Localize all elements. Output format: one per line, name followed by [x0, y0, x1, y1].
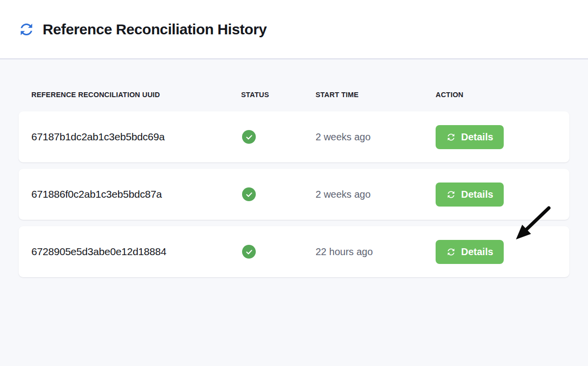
start-time-cell: 2 weeks ago	[316, 189, 436, 200]
check-circle-icon	[242, 245, 256, 259]
details-button[interactable]: Details	[436, 183, 504, 207]
page-header: Reference Reconciliation History	[0, 0, 588, 59]
refresh-icon	[446, 189, 456, 200]
refresh-icon	[446, 247, 456, 257]
details-button-label: Details	[461, 189, 493, 200]
table-row: 6728905e5d3abe0e12d18884 22 hours ago De…	[19, 226, 569, 277]
details-button[interactable]: Details	[436, 125, 504, 149]
details-button-label: Details	[461, 131, 493, 143]
table-header-row: REFERENCE RECONCILIATION UUID STATUS STA…	[19, 91, 569, 99]
status-cell	[241, 130, 316, 144]
check-circle-icon	[242, 187, 256, 201]
page-title: Reference Reconciliation History	[43, 21, 267, 38]
details-button[interactable]: Details	[436, 240, 504, 264]
details-button-label: Details	[461, 246, 493, 258]
action-cell: Details	[436, 240, 557, 264]
table-body: 67187b1dc2ab1c3eb5bdc69a 2 weeks ago Det…	[19, 111, 569, 277]
start-time-cell: 22 hours ago	[316, 246, 436, 258]
check-circle-icon	[242, 130, 256, 144]
table-row: 671886f0c2ab1c3eb5bdc87a 2 weeks ago Det…	[19, 169, 569, 220]
action-cell: Details	[436, 183, 557, 207]
column-header-status: STATUS	[241, 91, 316, 99]
status-cell	[241, 245, 316, 259]
column-header-start-time: START TIME	[316, 91, 436, 99]
uuid-cell: 671886f0c2ab1c3eb5bdc87a	[31, 188, 241, 200]
table-row: 67187b1dc2ab1c3eb5bdc69a 2 weeks ago Det…	[19, 111, 569, 162]
start-time-cell: 2 weeks ago	[316, 131, 436, 143]
uuid-cell: 67187b1dc2ab1c3eb5bdc69a	[31, 131, 241, 143]
uuid-cell: 6728905e5d3abe0e12d18884	[31, 246, 241, 258]
status-cell	[241, 187, 316, 201]
column-header-uuid: REFERENCE RECONCILIATION UUID	[31, 91, 241, 99]
refresh-icon	[446, 132, 456, 142]
action-cell: Details	[436, 125, 557, 149]
reconciliation-history-section: REFERENCE RECONCILIATION UUID STATUS STA…	[0, 59, 588, 277]
refresh-icon	[18, 21, 35, 38]
column-header-action: ACTION	[436, 91, 557, 99]
